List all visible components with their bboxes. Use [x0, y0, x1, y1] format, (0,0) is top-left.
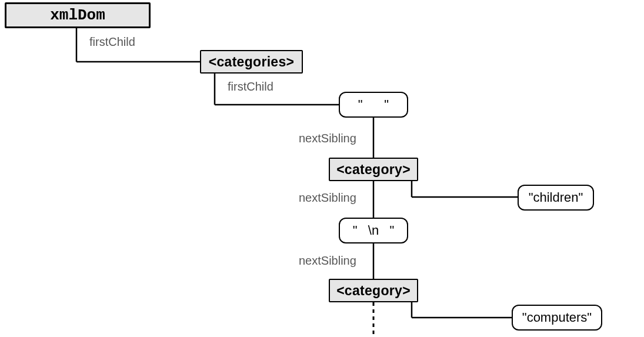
node-whitespace-2: " \n " [339, 218, 408, 243]
node-categories: <categories> [200, 50, 303, 74]
node-category-1-label: <category> [336, 162, 411, 178]
edge-label-firstchild-2: firstChild [228, 80, 273, 94]
edge-label-firstchild-1: firstChild [89, 35, 135, 49]
node-computers-text-label: "computers" [522, 310, 592, 325]
node-xmldom: xmlDom [5, 2, 151, 28]
diagram-connectors [0, 0, 644, 337]
edge-label-nextsibling-3: nextSibling [299, 254, 356, 268]
edge-label-nextsibling-1: nextSibling [299, 132, 356, 145]
edge-label-nextsibling-2: nextSibling [299, 191, 356, 205]
node-computers-text: "computers" [512, 305, 602, 331]
node-category-2-label: <category> [336, 283, 411, 299]
node-whitespace-2-label: " \n " [353, 223, 395, 238]
node-whitespace-1: " " [339, 92, 408, 118]
node-category-2: <category> [329, 279, 418, 302]
node-xmldom-label: xmlDom [50, 6, 105, 24]
node-category-1: <category> [329, 158, 418, 181]
node-categories-label: <categories> [209, 54, 295, 70]
node-whitespace-1-label: " " [358, 97, 389, 112]
node-children-text-label: "children" [529, 190, 583, 205]
node-children-text: "children" [518, 185, 594, 211]
